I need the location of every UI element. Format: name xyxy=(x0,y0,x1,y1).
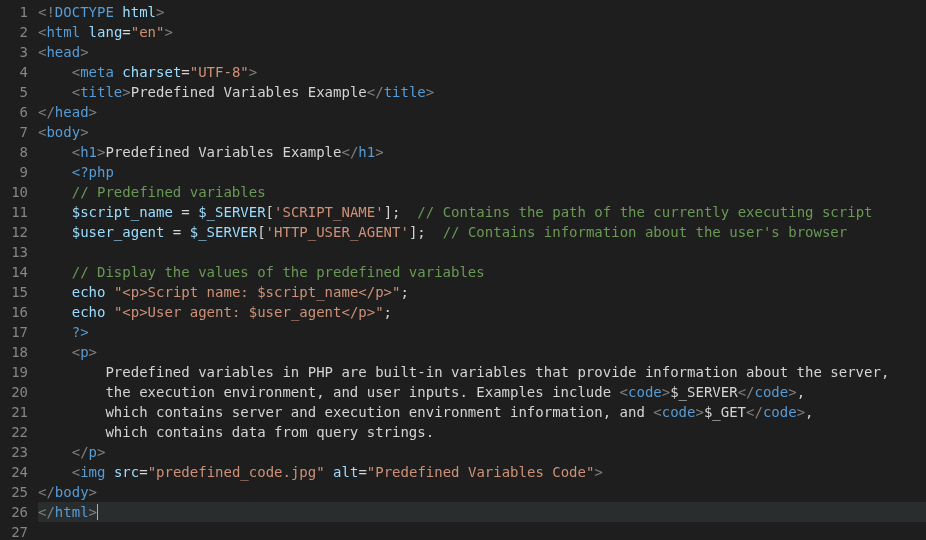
token-white: which contains data from query strings. xyxy=(105,424,434,440)
token-tag-punct: > xyxy=(89,104,97,120)
token-white xyxy=(105,304,113,320)
code-line[interactable]: </body> xyxy=(38,482,926,502)
token-white: = xyxy=(173,204,198,220)
token-tag-punct: < xyxy=(72,64,80,80)
token-white: Predefined Variables Example xyxy=(105,144,341,160)
code-line[interactable]: // Display the values of the predefined … xyxy=(38,262,926,282)
token-kw: <?php xyxy=(72,164,114,180)
token-tag-name: body xyxy=(46,124,80,140)
code-line[interactable]: the execution environment, and user inpu… xyxy=(38,382,926,402)
token-tag-name: h1 xyxy=(80,144,97,160)
code-editor[interactable]: 1234567891011121314151617181920212223242… xyxy=(0,0,926,540)
code-line[interactable]: echo "<p>User agent: $user_agent</p>"; xyxy=(38,302,926,322)
token-tag-punct: > xyxy=(662,384,670,400)
token-doctype: DOCTYPE xyxy=(55,4,114,20)
line-number: 8 xyxy=(0,142,28,162)
token-tag-name: title xyxy=(80,84,122,100)
token-tag-name: code xyxy=(763,404,797,420)
code-line[interactable]: <title>Predefined Variables Example</tit… xyxy=(38,82,926,102)
code-line[interactable]: echo "<p>Script name: $script_name</p>"; xyxy=(38,282,926,302)
token-white: Predefined Variables Example xyxy=(131,84,367,100)
code-line[interactable]: </html> xyxy=(38,502,926,522)
code-line[interactable]: which contains data from query strings. xyxy=(38,422,926,442)
line-number: 18 xyxy=(0,342,28,362)
code-line[interactable]: </head> xyxy=(38,102,926,122)
token-white: Predefined variables in PHP are built-in… xyxy=(105,364,889,380)
line-number: 21 xyxy=(0,402,28,422)
token-white xyxy=(105,464,113,480)
cursor xyxy=(97,504,98,520)
code-line[interactable]: $script_name = $_SERVER['SCRIPT_NAME']; … xyxy=(38,202,926,222)
token-white xyxy=(80,24,88,40)
line-number: 11 xyxy=(0,202,28,222)
token-tag-name: meta xyxy=(80,64,114,80)
code-line[interactable]: <head> xyxy=(38,42,926,62)
token-tag-punct: > xyxy=(89,484,97,500)
token-tag-punct: > xyxy=(80,44,88,60)
token-white xyxy=(38,304,72,320)
token-tag-punct: < xyxy=(72,464,80,480)
token-tag-punct: < xyxy=(72,84,80,100)
line-number: 5 xyxy=(0,82,28,102)
line-number: 22 xyxy=(0,422,28,442)
token-tag-name: html xyxy=(55,504,89,520)
token-tag-punct: > xyxy=(80,124,88,140)
token-tag-name: head xyxy=(55,104,89,120)
token-tag-punct: </ xyxy=(746,404,763,420)
code-line[interactable] xyxy=(38,242,926,262)
code-line[interactable]: // Predefined variables xyxy=(38,182,926,202)
line-number: 20 xyxy=(0,382,28,402)
code-line[interactable]: <body> xyxy=(38,122,926,142)
line-number: 24 xyxy=(0,462,28,482)
token-tag-name: img xyxy=(80,464,105,480)
token-white: , xyxy=(805,404,813,420)
token-white: ]; xyxy=(409,224,443,240)
code-line[interactable]: $user_agent = $_SERVER['HTTP_USER_AGENT'… xyxy=(38,222,926,242)
line-number: 15 xyxy=(0,282,28,302)
token-white xyxy=(38,324,72,340)
token-tag-punct: </ xyxy=(38,104,55,120)
token-tag-name: p xyxy=(80,344,88,360)
token-white xyxy=(38,224,72,240)
code-line[interactable] xyxy=(38,522,926,540)
token-kw: ?> xyxy=(72,324,89,340)
token-tag-punct: > xyxy=(695,404,703,420)
code-area[interactable]: <!DOCTYPE html><html lang="en"><head> <m… xyxy=(38,0,926,540)
code-line[interactable]: </p> xyxy=(38,442,926,462)
line-number: 27 xyxy=(0,522,28,540)
line-number: 12 xyxy=(0,222,28,242)
code-line[interactable]: <!DOCTYPE html> xyxy=(38,2,926,22)
code-line[interactable]: <p> xyxy=(38,342,926,362)
token-tag-punct: > xyxy=(122,84,130,100)
token-attr-name: html xyxy=(122,4,156,20)
token-attr-name: charset xyxy=(122,64,181,80)
token-white: ; xyxy=(384,304,392,320)
token-white: , xyxy=(797,384,805,400)
line-numbers-gutter: 1234567891011121314151617181920212223242… xyxy=(0,0,38,540)
line-number: 13 xyxy=(0,242,28,262)
code-line[interactable]: ?> xyxy=(38,322,926,342)
token-ident: echo xyxy=(72,304,106,320)
token-white xyxy=(38,84,72,100)
code-line[interactable]: Predefined variables in PHP are built-in… xyxy=(38,362,926,382)
token-tag-punct: < xyxy=(72,344,80,360)
code-line[interactable]: which contains server and execution envi… xyxy=(38,402,926,422)
token-white xyxy=(38,284,72,300)
code-line[interactable]: <meta charset="UTF-8"> xyxy=(38,62,926,82)
token-tag-punct: > xyxy=(797,404,805,420)
token-tag-punct: > xyxy=(375,144,383,160)
token-str: 'SCRIPT_NAME' xyxy=(274,204,384,220)
token-tag-name: code xyxy=(628,384,662,400)
token-white xyxy=(38,164,72,180)
token-tag-name: p xyxy=(89,444,97,460)
token-white xyxy=(38,264,72,280)
code-line[interactable]: <img src="predefined_code.jpg" alt="Pred… xyxy=(38,462,926,482)
line-number: 10 xyxy=(0,182,28,202)
token-white: = xyxy=(164,224,189,240)
code-line[interactable]: <html lang="en"> xyxy=(38,22,926,42)
token-tag-punct: </ xyxy=(367,84,384,100)
code-line[interactable]: <?php xyxy=(38,162,926,182)
token-white xyxy=(38,364,105,380)
token-white: [ xyxy=(257,224,265,240)
code-line[interactable]: <h1>Predefined Variables Example</h1> xyxy=(38,142,926,162)
